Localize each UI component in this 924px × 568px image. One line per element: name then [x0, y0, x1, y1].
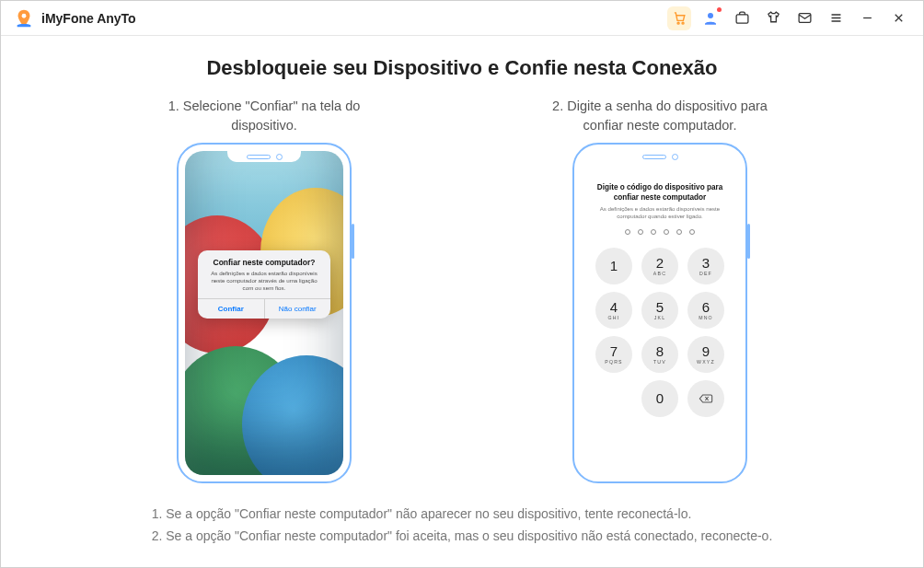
- key-9[interactable]: 9WXYZ: [687, 336, 724, 373]
- phone-passcode: Digite o código do dispositivo para conf…: [572, 143, 747, 483]
- svg-point-3: [708, 13, 713, 18]
- briefcase-button[interactable]: [730, 6, 754, 30]
- key-3[interactable]: 3DEF: [687, 248, 724, 284]
- passcode-dots: [625, 229, 695, 235]
- phone-trust: Confiar neste computador? As definições …: [177, 143, 352, 483]
- step-1-column: 1. Selecione "Confiar" na tela do dispos…: [144, 97, 384, 483]
- key-delete[interactable]: [687, 380, 724, 417]
- key-7[interactable]: 7PQRS: [595, 336, 632, 373]
- cart-button[interactable]: [667, 6, 691, 30]
- alert-message: As definições e dados estarão disponívei…: [205, 270, 323, 292]
- titlebar: iMyFone AnyTo: [1, 1, 923, 36]
- key-blank-left: [595, 380, 632, 417]
- key-8[interactable]: 8TUV: [641, 336, 678, 373]
- svg-point-1: [677, 22, 679, 24]
- key-5[interactable]: 5JKL: [641, 292, 678, 329]
- mail-button[interactable]: [792, 6, 816, 30]
- note-1: 1. Se a opção "Confiar neste computador"…: [152, 504, 773, 526]
- note-2: 2. Se a opção "Confiar neste computador"…: [152, 526, 773, 548]
- svg-point-0: [22, 13, 27, 17]
- app-title: iMyFone AnyTo: [41, 11, 136, 26]
- alert-confirm-button[interactable]: Confiar: [198, 299, 265, 319]
- step-1-label: 1. Selecione "Confiar" na tela do dispos…: [144, 97, 384, 137]
- alert-title: Confiar neste computador?: [205, 258, 323, 267]
- footer-notes: 1. Se a opção "Confiar neste computador"…: [152, 504, 773, 548]
- minimize-button[interactable]: [855, 6, 879, 30]
- tshirt-button[interactable]: [761, 6, 785, 30]
- key-2[interactable]: 2ABC: [641, 248, 678, 284]
- page-title: Desbloqueie seu Dispositivo e Confie nes…: [206, 56, 717, 80]
- alert-deny-button[interactable]: Não confiar: [265, 299, 331, 319]
- menu-button[interactable]: [824, 6, 848, 30]
- account-button[interactable]: [699, 6, 722, 30]
- step-2-label: 2. Digite a senha do dispositivo para co…: [540, 97, 780, 137]
- keypad: 1 2ABC 3DEF 4GHI 5JKL 6MNO 7PQRS 8TUV 9W…: [595, 248, 724, 417]
- passcode-subtitle: As definições e dados estarão disponívei…: [594, 205, 726, 220]
- content: Desbloqueie seu Dispositivo e Confie nes…: [1, 36, 923, 567]
- step-2-column: 2. Digite a senha do dispositivo para co…: [540, 97, 780, 483]
- key-4[interactable]: 4GHI: [595, 292, 632, 329]
- app-logo-icon: [14, 8, 34, 29]
- key-1[interactable]: 1: [595, 248, 632, 284]
- key-0[interactable]: 0: [641, 380, 678, 417]
- close-button[interactable]: [886, 6, 910, 30]
- passcode-title: Digite o código do dispositivo para conf…: [594, 182, 726, 203]
- trust-alert: Confiar neste computador? As definições …: [198, 250, 330, 319]
- svg-point-2: [682, 22, 684, 24]
- svg-rect-4: [736, 15, 748, 23]
- key-6[interactable]: 6MNO: [687, 292, 724, 329]
